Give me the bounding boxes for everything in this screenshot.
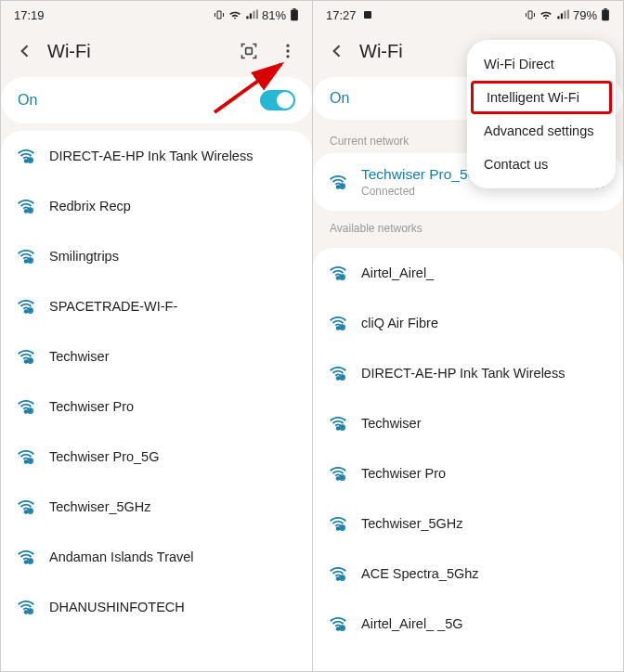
network-name: Airtel_Airel_ <box>361 265 608 280</box>
more-menu-button[interactable] <box>271 34 305 68</box>
svg-point-56 <box>337 477 340 480</box>
network-name: cliQ Air Fibre <box>361 316 608 330</box>
svg-rect-30 <box>29 510 31 512</box>
svg-rect-42 <box>341 186 343 187</box>
svg-rect-27 <box>29 460 31 462</box>
svg-rect-49 <box>341 327 343 329</box>
wifi-icon <box>328 263 348 283</box>
overflow-menu: Wi-Fi DirectIntelligent Wi-FiAdvanced se… <box>467 40 616 188</box>
menu-item-wi-fi-direct[interactable]: Wi-Fi Direct <box>467 47 616 81</box>
network-item[interactable]: Redbrix Recp <box>1 181 312 231</box>
battery-percent: 81% <box>262 8 286 22</box>
svg-point-19 <box>25 360 28 363</box>
wifi-toggle-row[interactable]: On <box>1 77 312 123</box>
svg-rect-46 <box>341 277 343 278</box>
phone-left: 17:19 81% Wi-Fi <box>1 1 312 671</box>
svg-point-47 <box>337 327 340 330</box>
status-bar: 17:19 81% <box>1 1 312 29</box>
network-item[interactable]: Techwiser <box>313 398 623 448</box>
network-name: Techwiser_5GHz <box>361 516 608 531</box>
wifi-icon <box>16 396 36 417</box>
svg-point-34 <box>25 611 28 614</box>
svg-point-53 <box>337 427 340 430</box>
wifi-icon <box>16 296 36 317</box>
vibrate-icon <box>214 9 225 20</box>
wifi-icon <box>16 246 36 266</box>
svg-rect-9 <box>29 160 31 162</box>
network-item[interactable]: ACE Spectra_5Ghz <box>313 549 623 599</box>
network-name: Techwiser <box>361 416 608 431</box>
wifi-toggle-switch[interactable] <box>260 90 295 110</box>
wifi-icon <box>328 313 348 333</box>
network-item[interactable]: Smilingtrips <box>1 231 312 281</box>
svg-point-7 <box>25 160 28 162</box>
svg-point-50 <box>337 377 340 380</box>
status-bar: 17:27 79% <box>313 1 623 29</box>
svg-rect-67 <box>341 627 343 629</box>
svg-rect-52 <box>341 377 343 379</box>
svg-rect-55 <box>341 427 343 429</box>
wifi-icon <box>328 413 348 433</box>
back-button[interactable] <box>8 34 42 68</box>
page-title: Wi-Fi <box>47 41 227 62</box>
section-label-available: Available networks <box>313 211 623 240</box>
svg-rect-2 <box>246 48 253 55</box>
svg-point-40 <box>337 186 340 188</box>
network-item[interactable]: Techwiser_5GHz <box>313 498 623 549</box>
network-item[interactable]: Techwiser Pro <box>1 381 312 432</box>
wifi-icon <box>328 172 348 192</box>
wifi-icon <box>16 497 36 517</box>
network-item[interactable]: Techwiser Pro_5G <box>1 432 312 482</box>
network-name: DIRECT-AE-HP Ink Tank Wireless <box>49 149 297 163</box>
svg-point-31 <box>25 561 28 563</box>
network-item[interactable]: cliQ Air Fibre <box>313 298 623 348</box>
qr-scan-button[interactable] <box>232 34 266 68</box>
wifi-icon <box>328 463 348 484</box>
header: Wi-Fi <box>1 29 312 77</box>
phone-right: 17:27 79% Wi-Fi On C <box>312 1 623 671</box>
svg-point-65 <box>337 627 340 630</box>
svg-rect-37 <box>364 11 371 19</box>
signal-icon <box>245 9 258 20</box>
svg-point-5 <box>286 55 289 58</box>
battery-percent: 79% <box>573 8 597 22</box>
menu-item-intelligent-wi-fi[interactable]: Intelligent Wi-Fi <box>471 81 612 114</box>
network-item[interactable]: DIRECT-AE-HP Ink Tank Wireless <box>1 131 312 181</box>
menu-item-contact-us[interactable]: Contact us <box>467 148 616 181</box>
wifi-icon <box>16 597 36 617</box>
network-item[interactable]: Andaman Islands Travel <box>1 532 312 582</box>
svg-rect-18 <box>29 310 31 312</box>
svg-rect-21 <box>29 360 31 362</box>
svg-rect-36 <box>29 611 31 613</box>
network-name: DIRECT-AE-HP Ink Tank Wireless <box>361 366 608 381</box>
network-item[interactable]: SPACETRADE-WI-F- <box>1 281 312 331</box>
network-list: DIRECT-AE-HP Ink Tank WirelessRedbrix Re… <box>1 131 312 671</box>
network-item[interactable]: Airtel_Airel_ _5G <box>313 599 623 649</box>
network-name: Redbrix Recp <box>49 199 297 213</box>
network-name: Techwiser Pro <box>49 399 297 414</box>
network-item[interactable]: DHANUSHINFOTECH <box>1 582 312 632</box>
svg-rect-12 <box>29 210 31 212</box>
vibrate-icon <box>525 9 536 20</box>
wifi-icon <box>328 614 348 634</box>
network-item[interactable]: Techwiser <box>1 331 312 381</box>
network-name: Airtel_Airel_ _5G <box>361 616 608 631</box>
svg-point-28 <box>25 510 28 513</box>
network-name: SPACETRADE-WI-F- <box>49 299 297 314</box>
back-button[interactable] <box>320 34 354 68</box>
network-name: ACE Spectra_5Ghz <box>361 566 608 581</box>
wifi-on-label: On <box>18 92 37 109</box>
network-item[interactable]: Techwiser_5GHz <box>1 482 312 532</box>
wifi-icon <box>16 146 36 166</box>
status-time: 17:27 <box>326 8 357 22</box>
menu-item-advanced-settings[interactable]: Advanced settings <box>467 114 616 148</box>
battery-icon <box>290 8 299 21</box>
network-item[interactable]: Airtel_Airel_ <box>313 248 623 298</box>
svg-point-62 <box>337 577 340 580</box>
svg-rect-39 <box>604 8 606 10</box>
svg-point-10 <box>25 210 28 213</box>
wifi-icon <box>16 547 36 567</box>
network-item[interactable]: DIRECT-AE-HP Ink Tank Wireless <box>313 348 623 398</box>
wifi-status-icon <box>228 9 241 20</box>
network-item[interactable]: Techwiser Pro <box>313 448 623 498</box>
